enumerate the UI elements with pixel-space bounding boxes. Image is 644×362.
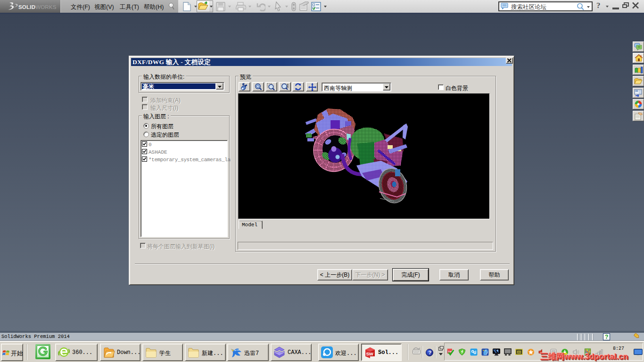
svg-text:SW: SW xyxy=(366,351,373,356)
